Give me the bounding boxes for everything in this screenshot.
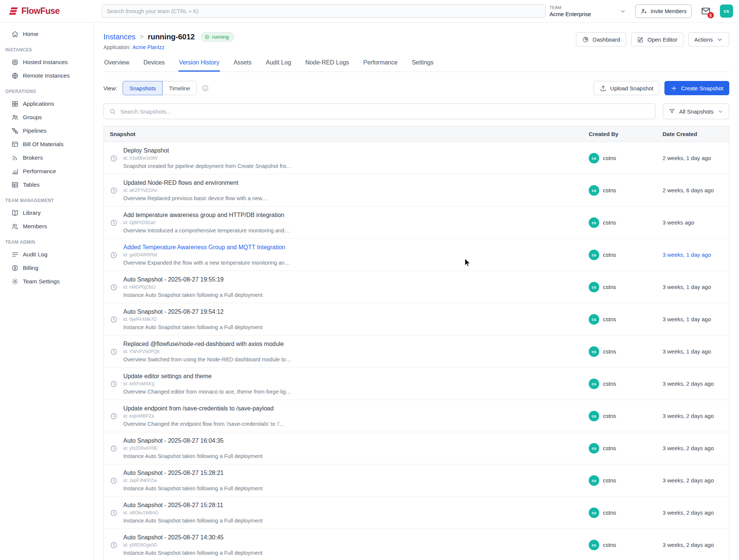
upload-snapshot-button[interactable]: Upload Snapshot bbox=[594, 81, 659, 95]
create-snapshot-button[interactable]: Create Snapshot bbox=[664, 81, 729, 95]
sidebar-item-bill-of-materials[interactable]: Bill Of Materials bbox=[0, 138, 93, 151]
snapshot-search-input[interactable] bbox=[120, 108, 650, 115]
sidebar-item-performance[interactable]: Performance bbox=[0, 165, 93, 178]
sidebar-item-label: Team Settings bbox=[23, 278, 60, 285]
snapshot-filter-dropdown[interactable]: All Snapshots bbox=[663, 103, 729, 119]
snapshot-id: id: y5RD5Ggk0O bbox=[123, 542, 263, 548]
creator-name: cstns bbox=[603, 542, 616, 548]
snapshot-title[interactable]: Auto Snapshot - 2025-08-27 15:28:11 bbox=[123, 502, 263, 509]
notifications-button[interactable]: 5 bbox=[701, 6, 711, 16]
create-snapshot-label: Create Snapshot bbox=[681, 85, 723, 91]
application-link[interactable]: Acme Plantzz bbox=[132, 44, 165, 50]
snapshot-title[interactable]: Auto Snapshot - 2025-08-27 14:30:45 bbox=[123, 534, 263, 541]
sidebar-item-applications[interactable]: Applications bbox=[0, 97, 93, 111]
status-running-icon bbox=[204, 34, 210, 40]
snapshot-row[interactable]: Update editor settings and theme id: AlR… bbox=[104, 368, 729, 400]
snapshot-row[interactable]: Auto Snapshot - 2025-08-27 19:55:19 id: … bbox=[104, 271, 729, 303]
snapshot-table-body: Deploy Snapshot id: X3o6Bw1k9W Snapshot … bbox=[104, 142, 729, 560]
dashboard-button[interactable]: Dashboard bbox=[576, 32, 626, 46]
sidebar-item-library[interactable]: Library bbox=[0, 206, 93, 220]
main-content: Instances > running-6012 running Applica… bbox=[94, 22, 739, 560]
tables-icon bbox=[11, 181, 19, 189]
sidebar-item-members[interactable]: Members bbox=[0, 220, 93, 233]
view-timeline-toggle[interactable]: Timeline bbox=[162, 81, 197, 95]
sidebar-item-brokers[interactable]: Brokers bbox=[0, 151, 93, 165]
tab-audit-log[interactable]: Audit Log bbox=[265, 59, 292, 72]
view-segmented-control: Snapshots Timeline bbox=[123, 81, 197, 95]
sidebar-item-pipelines[interactable]: Pipelines bbox=[0, 124, 93, 138]
snapshot-id: id: eojkWlBPZa bbox=[123, 413, 285, 419]
sidebar-item-label: Brokers bbox=[23, 154, 43, 161]
snapshot-title[interactable]: Replaced @flowfuse/node-red-dashboard wi… bbox=[123, 341, 291, 347]
tab-devices[interactable]: Devices bbox=[143, 59, 166, 72]
rss-icon bbox=[11, 154, 19, 162]
chevron-down-icon bbox=[717, 108, 724, 115]
snapshot-row[interactable]: Add temperature awareness group and HTTP… bbox=[104, 207, 729, 239]
info-icon[interactable] bbox=[202, 84, 209, 92]
creator-avatar: cs bbox=[589, 379, 599, 389]
snapshot-row[interactable]: Auto Snapshot - 2025-08-27 15:28:21 id: … bbox=[104, 464, 729, 497]
tab-node-red-logs[interactable]: Node-RED Logs bbox=[305, 59, 350, 72]
snapshot-description: Instance Auto Snapshot taken following a… bbox=[123, 518, 263, 524]
sidebar-item-billing[interactable]: Billing bbox=[0, 261, 93, 275]
snapshot-row[interactable]: Auto Snapshot - 2025-08-27 19:54:12 id: … bbox=[104, 303, 729, 335]
tab-performance[interactable]: Performance bbox=[362, 59, 398, 72]
snapshot-filter-label: All Snapshots bbox=[679, 108, 714, 115]
sidebar-item-tables[interactable]: Tables bbox=[0, 178, 93, 192]
snapshot-title[interactable]: Deploy Snapshot bbox=[123, 147, 292, 154]
snapshot-row[interactable]: Replaced @flowfuse/node-red-dashboard wi… bbox=[104, 335, 729, 368]
funnel-icon bbox=[669, 108, 675, 115]
tab-bar: Overview Devices Version History Assets … bbox=[103, 59, 729, 72]
team-selector[interactable]: TEAM: Acme Enterprise bbox=[549, 5, 626, 17]
snapshot-row[interactable]: Auto Snapshot - 2025-08-27 16:04:35 id: … bbox=[104, 432, 729, 464]
snapshot-title[interactable]: Auto Snapshot - 2025-08-27 19:54:12 bbox=[123, 308, 263, 315]
open-editor-button[interactable]: Open Editor bbox=[631, 32, 684, 46]
sidebar-item-audit-log[interactable]: Audit Log bbox=[0, 248, 93, 261]
sidebar-item-label: Hosted Instances bbox=[23, 59, 68, 66]
snapshot-id: id: ga0D4W0Pb8 bbox=[123, 252, 290, 258]
snapshot-row[interactable]: Auto Snapshot - 2025-08-27 14:30:45 id: … bbox=[104, 529, 729, 560]
snapshot-title[interactable]: Add temperature awareness group and HTTP… bbox=[123, 212, 290, 219]
sidebar-section-items: Applications Groups Pipelines Bill Of Ma… bbox=[0, 97, 93, 192]
snapshot-description: Snapshot created for pipeline deployment… bbox=[123, 163, 292, 169]
user-avatar[interactable]: cs bbox=[720, 4, 733, 18]
snapshot-title[interactable]: Auto Snapshot - 2025-08-27 19:55:19 bbox=[123, 276, 263, 283]
snapshot-title[interactable]: Auto Snapshot - 2025-08-27 15:28:21 bbox=[123, 470, 263, 476]
snapshot-row[interactable]: Added Temperature Awareness Group and MQ… bbox=[104, 239, 729, 271]
sidebar-item-home[interactable]: Home bbox=[0, 27, 93, 41]
snapshot-title[interactable]: Update editor settings and theme bbox=[123, 373, 291, 380]
team-search-input[interactable] bbox=[102, 4, 546, 18]
flowfuse-logo[interactable]: FlowFuse bbox=[8, 6, 60, 16]
snapshot-row[interactable]: Updated Node-RED flows and environment i… bbox=[104, 174, 729, 207]
sidebar-item-groups[interactable]: Groups bbox=[0, 111, 93, 124]
tab-label: Assets bbox=[233, 59, 251, 66]
view-toolbar: View: Snapshots Timeline Upload Snapshot… bbox=[103, 81, 729, 95]
sidebar-item-hosted-instances[interactable]: Hosted Instances bbox=[0, 55, 93, 69]
clock-icon bbox=[110, 412, 118, 420]
snapshot-title[interactable]: Updated Node-RED flows and environment bbox=[123, 180, 268, 186]
snapshot-id: id: 0jwPAXMk7O bbox=[123, 317, 263, 322]
tab-assets[interactable]: Assets bbox=[233, 59, 252, 72]
snapshot-row[interactable]: Update endpoint from /save-credentials t… bbox=[104, 400, 729, 432]
clock-icon bbox=[110, 154, 118, 162]
sidebar-item-team-settings[interactable]: Team Settings bbox=[0, 275, 93, 288]
snapshot-row[interactable]: Deploy Snapshot id: X3o6Bw1k9W Snapshot … bbox=[104, 142, 729, 174]
snapshot-title[interactable]: Added Temperature Awareness Group and MQ… bbox=[123, 244, 290, 251]
snapshot-description: Instance Auto Snapshot taken following a… bbox=[123, 324, 263, 330]
sidebar-item-label: Groups bbox=[23, 114, 42, 121]
tab-settings[interactable]: Settings bbox=[411, 59, 434, 72]
invite-members-button[interactable]: Invite Members bbox=[635, 4, 692, 18]
snapshot-title[interactable]: Auto Snapshot - 2025-08-27 16:04:35 bbox=[123, 437, 263, 444]
snapshot-title[interactable]: Update endpoint from /save-credentials t… bbox=[123, 405, 285, 412]
sidebar: Home INSTANCES Hosted Instances Remote I… bbox=[0, 22, 94, 560]
actions-button[interactable]: Actions bbox=[688, 32, 729, 46]
view-snapshots-toggle[interactable]: Snapshots bbox=[123, 81, 163, 95]
sidebar-item-label: Tables bbox=[23, 181, 40, 188]
tab-overview[interactable]: Overview bbox=[103, 59, 130, 72]
breadcrumb-instances-link[interactable]: Instances bbox=[103, 33, 136, 41]
sidebar-item-remote-instances[interactable]: Remote Instances bbox=[0, 69, 93, 82]
creator-avatar: cs bbox=[589, 508, 599, 518]
grid-icon bbox=[11, 100, 19, 108]
tab-version-history[interactable]: Version History bbox=[178, 59, 220, 72]
snapshot-row[interactable]: Auto Snapshot - 2025-08-27 15:28:11 id: … bbox=[104, 497, 729, 529]
